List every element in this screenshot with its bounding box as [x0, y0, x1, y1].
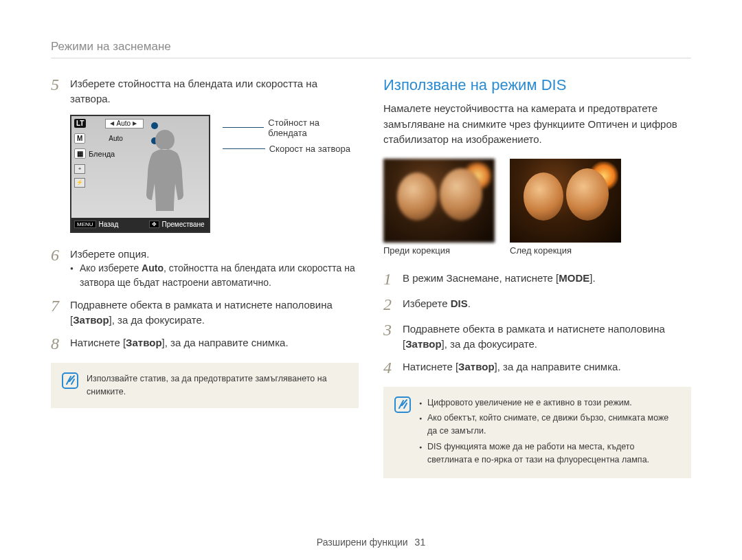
photo-caption: След корекция	[510, 245, 621, 256]
note-item: Ако обектът, който снимате, се движи бър…	[419, 412, 680, 438]
step-number: 5	[51, 76, 70, 107]
right-column: Използване на режим DIS Намалете неустой…	[383, 76, 691, 478]
step-text: В режим Заснемане, натиснете [MODE].	[403, 271, 691, 288]
step-5: 5 Изберете стойността на блендата или ск…	[51, 76, 359, 107]
footer-page-number: 31	[415, 537, 426, 548]
lcd-icon-flash-off: ⚡	[74, 178, 85, 188]
step-6: 6 Изберете опция. Ако изберете Auto, сто…	[51, 247, 359, 289]
step-2: 2 Изберете DIS.	[383, 296, 691, 313]
camera-lcd-preview: LT ◀Auto▶ M Auto ▦ Бленда +	[70, 115, 210, 233]
footer-section: Разширени функции	[317, 537, 408, 548]
step-8: 8 Натиснете [Затвор], за да направите сн…	[51, 335, 359, 352]
photo-after: След корекция	[510, 159, 621, 256]
page-header: Режими на заснемане	[51, 40, 691, 58]
page-footer: Разширени функции 31	[0, 537, 742, 548]
note-item: Цифровото увеличение не е активно в този…	[419, 396, 680, 410]
section-intro: Намалете неустойчивостта на камерата и п…	[383, 101, 691, 148]
step-text: Натиснете [Затвор], за да направите сним…	[70, 335, 359, 352]
step-number: 2	[383, 296, 403, 313]
lcd-sidebar-icons: + ⚡	[74, 164, 85, 188]
step-number: 6	[51, 247, 70, 289]
left-column: 5 Изберете стойността на блендата или ск…	[51, 76, 359, 478]
annot-shutter: Скорост на затвора	[269, 144, 350, 154]
lcd-back-label: Назад	[99, 221, 119, 228]
step-number: 1	[383, 271, 403, 288]
lcd-badge-m: M	[74, 133, 85, 144]
step-number: 3	[383, 322, 403, 352]
lcd-nav-icon: ✥	[149, 221, 159, 228]
lcd-menu-button-icon: MENU	[74, 221, 96, 228]
step-1: 1 В режим Заснемане, натиснете [MODE].	[383, 271, 691, 288]
step-4: 4 Натиснете [Затвор], за да направите сн…	[383, 359, 691, 377]
sample-image-blurry	[383, 159, 495, 243]
step-text: Натиснете [Затвор], за да направите сним…	[403, 359, 691, 377]
step-text: Подравнете обекта в рамката и натиснете …	[70, 298, 359, 328]
lcd-badge-lt: LT	[74, 119, 86, 128]
step-text: Изберете опция.	[70, 247, 359, 262]
step-text: Изберете DIS.	[403, 296, 691, 313]
photo-caption: Преди корекция	[383, 245, 495, 256]
lcd-shutter-value: Auto	[104, 134, 127, 144]
step-3: 3 Подравнете обекта в рамката и натиснет…	[383, 322, 691, 352]
note-text: Използвайте статив, за да предотвратите …	[87, 372, 348, 399]
step-7: 7 Подравнете обекта в рамката и натиснет…	[51, 298, 359, 328]
sample-image-sharp	[510, 159, 621, 243]
lcd-move-label: Преместване	[162, 221, 205, 228]
note-list: Цифровото увеличение не е активно в този…	[419, 396, 680, 469]
step-text: Подравнете обекта в рамката и натиснете …	[403, 322, 691, 352]
annot-aperture: Стойност на блендата	[268, 117, 359, 138]
note-icon	[394, 396, 411, 469]
note-box: Използвайте статив, за да предотвратите …	[51, 363, 359, 409]
lcd-badge-grid: ▦	[74, 148, 86, 159]
note-icon	[62, 372, 78, 399]
step-bullet: Ако изберете Auto, стойността на блендат…	[70, 261, 359, 289]
lcd-aperture-label: Бленда	[89, 150, 115, 158]
lcd-annotations: Стойност на блендата Скорост на затвора	[223, 115, 359, 154]
note-box: Цифровото увеличение не е активно в този…	[383, 387, 691, 479]
step-number: 7	[51, 298, 70, 328]
note-item: DIS функцията може да не работи на места…	[419, 440, 680, 467]
photo-before: Преди корекция	[383, 159, 495, 256]
section-title: Използване на режим DIS	[383, 76, 691, 94]
step-number: 4	[383, 359, 403, 377]
step-text: Изберете стойността на блендата или скор…	[70, 76, 359, 107]
lcd-icon-plus: +	[74, 164, 85, 174]
step-number: 8	[51, 335, 70, 352]
silhouette-icon	[137, 126, 192, 215]
